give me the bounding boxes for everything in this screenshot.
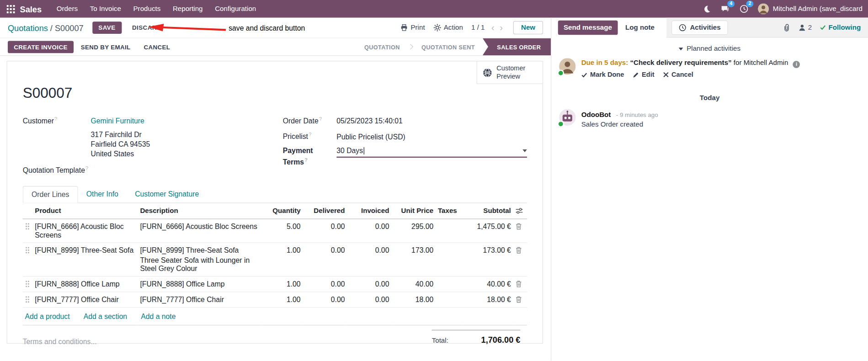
- payment-terms-input[interactable]: 30 Days: [336, 146, 527, 157]
- messages-icon[interactable]: 4: [720, 4, 730, 14]
- clock-icon: [679, 23, 687, 31]
- pager-next-icon[interactable]: ›: [498, 23, 505, 32]
- sheet-bottom: Terms and conditions... Total: 1,706.00 …: [23, 329, 527, 345]
- app-root: Sales Orders To Invoice Products Reporti…: [0, 0, 868, 361]
- pricelist-field: Pricelist? Public Pricelist (USD): [283, 130, 527, 142]
- activities-tab[interactable]: Activities: [671, 20, 728, 34]
- menu-orders[interactable]: Orders: [50, 0, 84, 18]
- message-body: Sales Order created: [581, 121, 658, 128]
- cancel-activity-button[interactable]: Cancel: [663, 71, 693, 79]
- message-status-badge: [558, 121, 564, 127]
- following-label: Following: [829, 23, 861, 31]
- sheet-wrap: Customer Preview S00007 Customer? Gemini…: [0, 56, 551, 344]
- screen: Sales Orders To Invoice Products Reporti…: [0, 0, 868, 361]
- description-cell: [FURN_6666] Acoustic Bloc Screens: [138, 219, 261, 243]
- cancel-button[interactable]: CANCEL: [138, 41, 176, 53]
- activity-content: Due in 5 days: “Check delivery requireme…: [581, 58, 800, 79]
- drag-handle-icon[interactable]: [23, 243, 33, 276]
- tab-order-lines[interactable]: Order Lines: [23, 186, 78, 203]
- activity-avatar-wrap: [559, 58, 575, 74]
- subtotal-cell: 1,475.00 €: [463, 219, 513, 243]
- subtotal-column-header[interactable]: Subtotal: [463, 203, 513, 219]
- breadcrumb-quotations[interactable]: Quotations: [8, 23, 48, 32]
- order-line-row[interactable]: [FURN_7777] Office Chair [FURN_7777] Off…: [23, 292, 527, 307]
- following-button[interactable]: Following: [820, 23, 861, 31]
- edit-activity-button[interactable]: Edit: [633, 71, 655, 79]
- quantity-column-header[interactable]: Quantity: [261, 203, 303, 219]
- activity-clock-icon[interactable]: 2: [739, 4, 749, 14]
- address-line-3: United States: [91, 149, 283, 159]
- product-cell: [FURN_8999] Three-Seat Sofa: [32, 243, 138, 276]
- order-date-value[interactable]: 05/25/2023 15:40:01: [336, 117, 402, 126]
- moon-icon[interactable]: [702, 4, 712, 14]
- info-icon[interactable]: i: [793, 61, 800, 68]
- quotation-template-field: Quotation Template?: [23, 164, 283, 175]
- print-button[interactable]: Print: [400, 24, 425, 32]
- followers-button[interactable]: 2: [798, 23, 812, 31]
- drag-handle-icon[interactable]: [23, 276, 33, 292]
- create-invoice-button[interactable]: CREATE INVOICE: [8, 41, 74, 53]
- customer-value[interactable]: Gemini Furniture: [91, 117, 144, 126]
- menu-reporting[interactable]: Reporting: [167, 0, 209, 18]
- order-date-field: Order Date? 05/25/2023 15:40:01: [283, 115, 527, 126]
- drag-handle-icon[interactable]: [23, 219, 33, 243]
- order-line-row[interactable]: [FURN_6666] Acoustic Bloc Screens [FURN_…: [23, 219, 527, 243]
- taxes-cell: [436, 243, 463, 276]
- breadcrumb-current: S00007: [55, 23, 84, 32]
- order-line-row[interactable]: [FURN_8999] Three-Seat Sofa [FURN_8999] …: [23, 243, 527, 276]
- mark-done-button[interactable]: Mark Done: [581, 71, 624, 79]
- trash-icon[interactable]: [513, 276, 527, 292]
- action-button[interactable]: Action: [433, 24, 463, 32]
- customer-preview-button[interactable]: Customer Preview: [477, 61, 543, 84]
- delivered-cell: 0.00: [303, 243, 347, 276]
- invoiced-column-header[interactable]: Invoiced: [347, 203, 391, 219]
- trash-icon[interactable]: [513, 243, 527, 276]
- order-title: S00007: [23, 84, 527, 102]
- user-name: Mitchell Admin (save_discard: [773, 5, 863, 13]
- state-quotation-sent[interactable]: QUOTATION SENT: [414, 38, 483, 56]
- user-avatar: [758, 3, 769, 14]
- customer-address[interactable]: 317 Fairchild Dr Fairfield CA 94535 Unit…: [91, 130, 283, 159]
- user-menu[interactable]: Mitchell Admin (save_discard: [758, 3, 863, 14]
- order-line-row[interactable]: [FURN_8888] Office Lamp [FURN_8888] Offi…: [23, 276, 527, 292]
- add-a-note-link[interactable]: Add a note: [141, 312, 176, 320]
- app-name[interactable]: Sales: [20, 4, 42, 14]
- unit-price-column-header[interactable]: Unit Price: [391, 203, 436, 219]
- trash-icon[interactable]: [513, 292, 527, 307]
- trash-icon[interactable]: [513, 219, 527, 243]
- add-a-product-link[interactable]: Add a product: [25, 312, 69, 320]
- log-note-button[interactable]: Log note: [620, 21, 660, 35]
- send-message-button[interactable]: Send message: [558, 21, 618, 35]
- product-column-header[interactable]: Product: [32, 203, 138, 219]
- paperclip-icon[interactable]: [783, 23, 790, 32]
- menu-configuration[interactable]: Configuration: [209, 0, 262, 18]
- pager-previous-icon[interactable]: ‹: [489, 23, 496, 32]
- dropdown-caret-icon[interactable]: [522, 149, 527, 152]
- state-quotation[interactable]: QUOTATION: [357, 38, 408, 56]
- pricelist-value[interactable]: Public Pricelist (USD): [336, 132, 405, 142]
- optional-columns-icon[interactable]: [513, 203, 527, 219]
- send-by-email-button[interactable]: SEND BY EMAIL: [75, 41, 136, 53]
- state-sales-order[interactable]: SALES ORDER: [483, 38, 551, 56]
- tab-other-info[interactable]: Other Info: [78, 186, 127, 203]
- unit-price-cell: 295.00: [391, 219, 436, 243]
- menu-products[interactable]: Products: [127, 0, 166, 18]
- delivered-column-header[interactable]: Delivered: [303, 203, 347, 219]
- new-button[interactable]: New: [513, 21, 543, 34]
- save-button[interactable]: SAVE: [92, 21, 122, 34]
- menu-to-invoice[interactable]: To Invoice: [84, 0, 127, 18]
- delivered-cell: 0.00: [303, 219, 347, 243]
- invoiced-cell: 0.00: [347, 292, 391, 307]
- tab-customer-signature[interactable]: Customer Signature: [127, 186, 207, 203]
- message-author[interactable]: OdooBot: [581, 111, 611, 118]
- add-a-section-link[interactable]: Add a section: [84, 312, 127, 320]
- apps-grid-icon[interactable]: [5, 4, 16, 14]
- followers-count: 2: [808, 23, 812, 31]
- terms-placeholder[interactable]: Terms and conditions...: [23, 337, 97, 345]
- taxes-column-header[interactable]: Taxes: [436, 203, 463, 219]
- description-line-2: Three Seater Sofa with Lounger in Steel …: [140, 256, 259, 272]
- form-panel: Quotations / S00007 SAVE DISCARD Print: [0, 18, 551, 361]
- drag-handle-icon[interactable]: [23, 292, 33, 307]
- description-column-header[interactable]: Description: [138, 203, 261, 219]
- planned-activities-toggle[interactable]: Planned activities: [551, 45, 868, 53]
